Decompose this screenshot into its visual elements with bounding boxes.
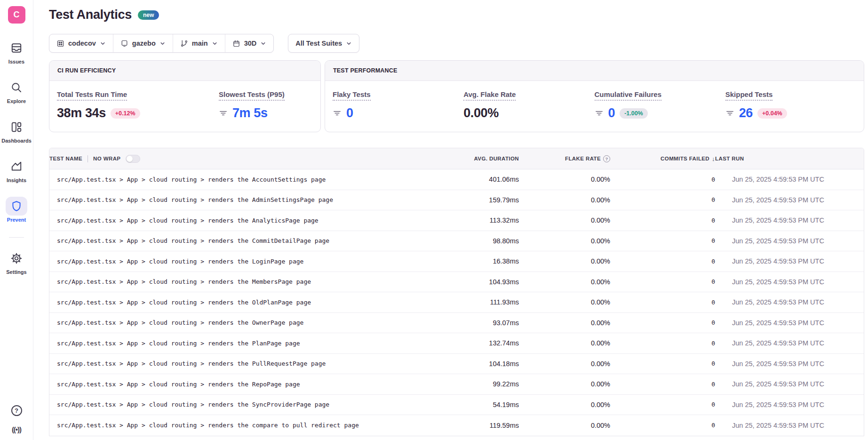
avg-duration-cell: 401.06ms xyxy=(439,176,519,183)
col-flake-rate[interactable]: FLAKE RATE ? xyxy=(519,155,610,162)
funnel-icon[interactable] xyxy=(219,109,228,118)
metric-label[interactable]: Slowest Tests (P95) xyxy=(219,90,285,101)
metric-value[interactable]: 0 xyxy=(608,106,615,120)
commits-failed-cell: 0 xyxy=(610,340,715,347)
flake-rate-cell: 0.00% xyxy=(519,360,610,368)
branch-selector[interactable]: main xyxy=(173,34,225,52)
table-row[interactable]: src/App.test.tsx > App > cloud routing >… xyxy=(49,272,864,293)
repo-icon xyxy=(120,40,128,48)
test-name-cell: src/App.test.tsx > App > cloud routing >… xyxy=(49,237,439,244)
table-row[interactable]: src/App.test.tsx > App > cloud routing >… xyxy=(49,210,864,231)
col-test-name[interactable]: TEST NAME xyxy=(49,156,82,161)
metric-label[interactable]: Total Tests Run Time xyxy=(57,90,127,101)
no-wrap-toggle[interactable] xyxy=(126,155,140,163)
test-suites-dropdown[interactable]: All Test Suites xyxy=(288,34,359,53)
sidebar: C Issues Explore Dashboards Insights xyxy=(0,0,33,440)
flake-rate-cell: 0.00% xyxy=(519,176,610,183)
sidebar-item-explore[interactable]: Explore xyxy=(6,78,27,104)
insights-icon xyxy=(6,157,27,176)
question-circle-icon[interactable]: ? xyxy=(603,155,610,162)
test-suites-value: All Test Suites xyxy=(295,40,342,47)
table-row[interactable]: src/App.test.tsx > App > cloud routing >… xyxy=(49,231,864,252)
commits-failed-cell: 0 xyxy=(610,217,715,224)
metric-label[interactable]: Flaky Tests xyxy=(333,90,371,101)
last-run-cell: Jun 25, 2025 4:59:53 PM UTC xyxy=(715,298,864,306)
sidebar-item-settings[interactable]: Settings xyxy=(6,249,27,275)
last-run-cell: Jun 25, 2025 4:59:53 PM UTC xyxy=(715,380,864,388)
metric-value[interactable]: 7m 5s xyxy=(232,106,268,120)
date-range-selector[interactable]: 30D xyxy=(225,34,274,52)
table-row[interactable]: src/App.test.tsx > App > cloud routing >… xyxy=(49,395,864,416)
metric-value: 0.00% xyxy=(463,106,499,120)
table-row[interactable]: src/App.test.tsx > App > cloud routing >… xyxy=(49,415,864,436)
table-row[interactable]: src/App.test.tsx > App > cloud routing >… xyxy=(49,333,864,354)
avg-duration-cell: 104.93ms xyxy=(439,278,519,286)
test-performance-panel: TEST PERFORMANCE Flaky Tests 0 Avg. Flak… xyxy=(325,60,864,132)
col-avg-duration[interactable]: AVG. DURATION xyxy=(439,156,519,161)
table-row[interactable]: src/App.test.tsx > App > cloud routing >… xyxy=(49,251,864,272)
last-run-cell: Jun 25, 2025 4:59:53 PM UTC xyxy=(715,339,864,347)
chevron-down-icon xyxy=(100,40,106,47)
commits-failed-cell: 0 xyxy=(610,422,715,429)
col-commits-failed[interactable]: COMMITS FAILED ↓ xyxy=(610,155,715,162)
date-range-value: 30D xyxy=(244,40,257,47)
help-icon[interactable]: ? xyxy=(11,405,22,416)
table-row[interactable]: src/App.test.tsx > App > cloud routing >… xyxy=(49,354,864,375)
metric-value[interactable]: 0 xyxy=(346,106,353,120)
sidebar-item-prevent[interactable]: Prevent xyxy=(6,197,27,223)
metric-label[interactable]: Cumulative Failures xyxy=(595,90,662,101)
funnel-icon[interactable] xyxy=(595,109,604,118)
test-name-cell: src/App.test.tsx > App > cloud routing >… xyxy=(49,422,439,429)
last-run-cell: Jun 25, 2025 4:59:53 PM UTC xyxy=(715,216,864,224)
commits-failed-cell: 0 xyxy=(610,237,715,244)
explore-icon xyxy=(6,78,27,97)
avg-duration-cell: 54.19ms xyxy=(439,401,519,408)
calendar-icon xyxy=(232,40,240,48)
metric-avg-flake-rate: Avg. Flake Rate 0.00% xyxy=(463,90,594,120)
test-name-cell: src/App.test.tsx > App > cloud routing >… xyxy=(49,381,439,388)
test-name-cell: src/App.test.tsx > App > cloud routing >… xyxy=(49,217,439,224)
org-icon xyxy=(56,40,64,48)
avg-duration-cell: 98.80ms xyxy=(439,237,519,245)
sidebar-divider xyxy=(9,237,24,238)
avg-duration-cell: 132.74ms xyxy=(439,339,519,347)
broadcast-icon[interactable]: ((•)) xyxy=(12,425,21,433)
sidebar-item-issues[interactable]: Issues xyxy=(6,39,27,64)
col-last-run[interactable]: LAST RUN xyxy=(715,156,864,161)
sidebar-item-insights[interactable]: Insights xyxy=(6,157,27,183)
org-selector[interactable]: codecov xyxy=(49,34,113,52)
table-row[interactable]: src/App.test.tsx > App > cloud routing >… xyxy=(49,190,864,211)
metric-cumulative-failures: Cumulative Failures 0 -1.00% xyxy=(595,90,725,120)
funnel-icon[interactable] xyxy=(333,109,342,118)
avg-duration-cell: 111.93ms xyxy=(439,298,519,306)
codecov-logo[interactable]: C xyxy=(8,6,25,24)
flake-rate-cell: 0.00% xyxy=(519,319,610,327)
metric-value[interactable]: 26 xyxy=(739,106,753,120)
repo-selector[interactable]: gazebo xyxy=(113,34,173,52)
chevron-down-icon xyxy=(159,40,166,47)
test-name-cell: src/App.test.tsx > App > cloud routing >… xyxy=(49,360,439,367)
sidebar-item-label: Explore xyxy=(7,98,26,104)
commits-failed-cell: 0 xyxy=(610,176,715,183)
table-row[interactable]: src/App.test.tsx > App > cloud routing >… xyxy=(49,374,864,395)
logo-letter: C xyxy=(14,10,20,20)
test-name-cell: src/App.test.tsx > App > cloud routing >… xyxy=(49,258,439,265)
metric-skipped-tests: Skipped Tests 26 +0.04% xyxy=(725,90,856,120)
sidebar-item-dashboards[interactable]: Dashboards xyxy=(1,118,32,144)
chevron-down-icon xyxy=(260,40,266,47)
delta-badge: +0.04% xyxy=(757,108,787,119)
flake-rate-cell: 0.00% xyxy=(519,257,610,265)
metric-label[interactable]: Skipped Tests xyxy=(725,90,773,101)
avg-duration-cell: 104.18ms xyxy=(439,360,519,368)
table-row[interactable]: src/App.test.tsx > App > cloud routing >… xyxy=(49,292,864,313)
prevent-shield-icon xyxy=(6,197,27,216)
panel-title: CI RUN EFFICIENCY xyxy=(49,61,320,81)
table-row[interactable]: src/App.test.tsx > App > cloud routing >… xyxy=(49,313,864,334)
metric-label[interactable]: Avg. Flake Rate xyxy=(463,90,516,101)
commits-failed-cell: 0 xyxy=(610,299,715,306)
table-row[interactable]: src/App.test.tsx > App > cloud routing >… xyxy=(49,169,864,190)
funnel-icon[interactable] xyxy=(725,109,734,118)
panel-title: TEST PERFORMANCE xyxy=(325,61,864,81)
sidebar-item-label: Prevent xyxy=(7,217,26,223)
flake-rate-cell: 0.00% xyxy=(519,216,610,224)
